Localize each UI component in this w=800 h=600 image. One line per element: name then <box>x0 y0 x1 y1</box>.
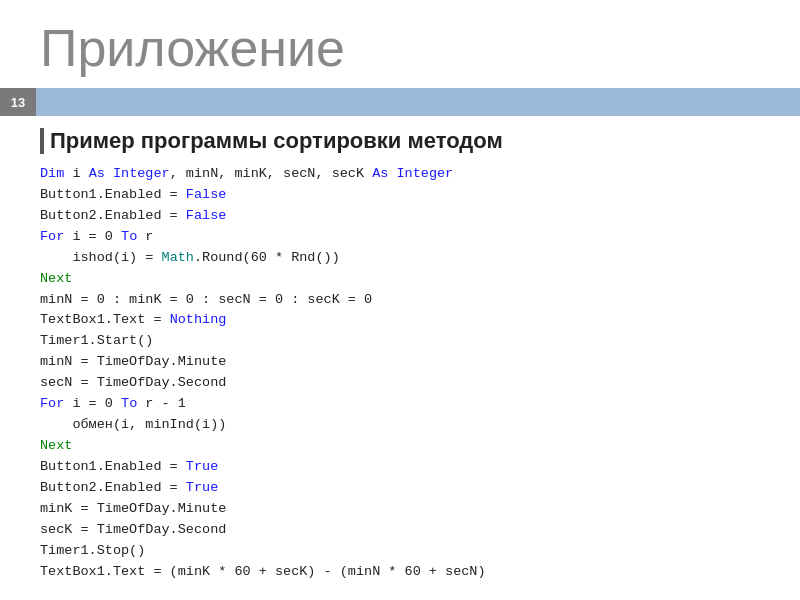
code-line-17: minK = TimeOfDay.Minute <box>40 499 760 520</box>
code-line-next-1: Next <box>40 269 760 290</box>
code-line-5: ishod(i) = Math.Round(60 * Rnd()) <box>40 248 760 269</box>
section-title: Пример программы сортировки методом <box>40 128 760 154</box>
code-block: Dim i As Integer, minN, minK, secN, secK… <box>40 164 760 582</box>
code-line-4: For i = 0 To r <box>40 227 760 248</box>
code-line-1: Dim i As Integer, minN, minK, secN, secK… <box>40 164 760 185</box>
code-line-2: Button1.Enabled = False <box>40 185 760 206</box>
code-line-16: Button2.Enabled = True <box>40 478 760 499</box>
code-line-10: minN = TimeOfDay.Minute <box>40 352 760 373</box>
code-line-20: TextBox1.Text = (minK * 60 + secK) - (mi… <box>40 562 760 583</box>
code-line-7: minN = 0 : minK = 0 : secN = 0 : secK = … <box>40 290 760 311</box>
content-area: Пример программы сортировки методом Dim … <box>0 116 800 592</box>
code-line-12: For i = 0 To r - 1 <box>40 394 760 415</box>
slide-number-bar: 13 <box>0 88 800 116</box>
slide: Приложение 13 Пример программы сортировк… <box>0 0 800 600</box>
code-line-19: Timer1.Stop() <box>40 541 760 562</box>
code-line-13: обмен(i, minInd(i)) <box>40 415 760 436</box>
slide-title: Приложение <box>0 0 800 88</box>
slide-number-bar-line <box>36 88 800 116</box>
code-line-18: secK = TimeOfDay.Second <box>40 520 760 541</box>
code-line-15: Button1.Enabled = True <box>40 457 760 478</box>
code-line-next-2: Next <box>40 436 760 457</box>
code-line-3: Button2.Enabled = False <box>40 206 760 227</box>
slide-number: 13 <box>0 88 36 116</box>
code-line-9: Timer1.Start() <box>40 331 760 352</box>
code-line-11: secN = TimeOfDay.Second <box>40 373 760 394</box>
code-line-8: TextBox1.Text = Nothing <box>40 310 760 331</box>
